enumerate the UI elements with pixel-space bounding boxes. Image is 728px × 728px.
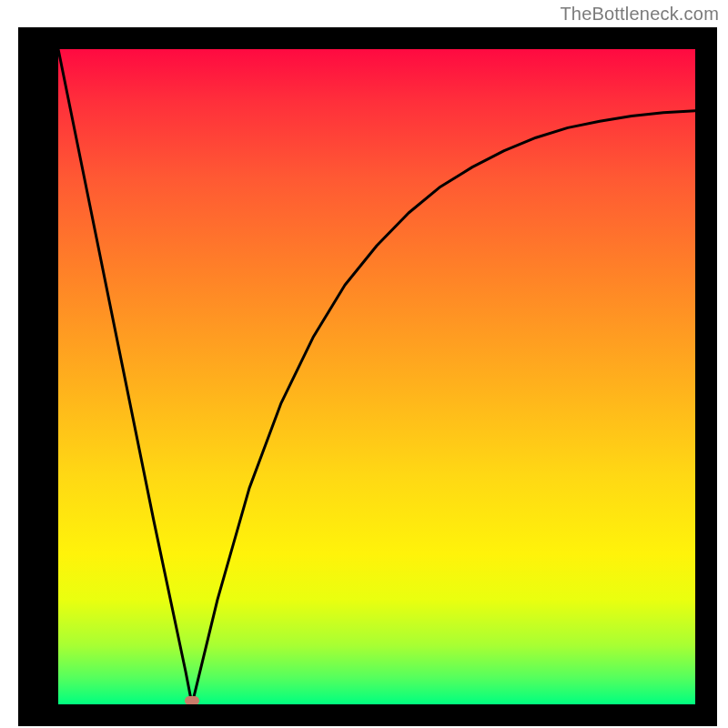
chart-optimal-marker	[185, 696, 199, 704]
watermark-text: TheBottleneck.com	[560, 4, 719, 25]
chart-black-frame	[18, 27, 717, 726]
chart-container: TheBottleneck.com	[0, 0, 728, 728]
chart-curve	[58, 49, 695, 704]
chart-plot-area	[58, 49, 695, 704]
